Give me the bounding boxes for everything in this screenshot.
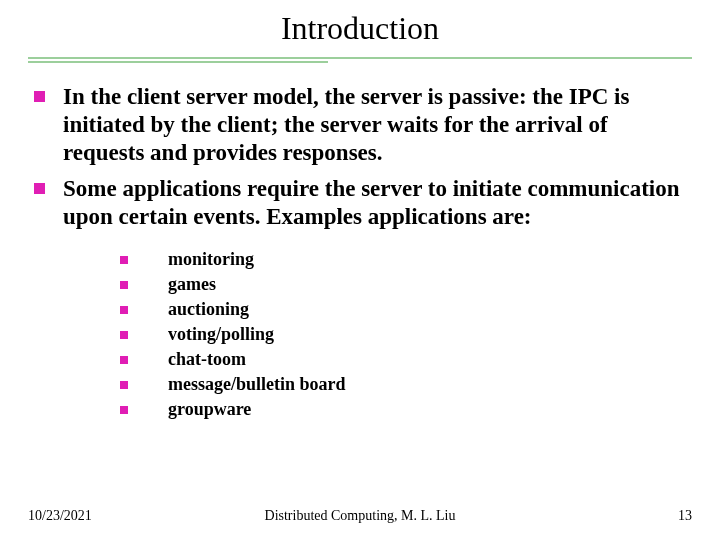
square-bullet-icon [120, 256, 128, 264]
list-item: auctioning [120, 299, 692, 320]
list-item: In the client server model, the server i… [28, 83, 692, 167]
list-item: voting/polling [120, 324, 692, 345]
rule-long [28, 57, 692, 59]
sub-bullet-text: voting/polling [168, 324, 274, 345]
footer-center: Distributed Computing, M. L. Liu [249, 508, 470, 524]
content-area: In the client server model, the server i… [0, 65, 720, 420]
sub-bullet-text: games [168, 274, 216, 295]
square-bullet-icon [120, 281, 128, 289]
bullet-text: In the client server model, the server i… [63, 83, 692, 167]
list-item: message/bulletin board [120, 374, 692, 395]
square-bullet-icon [120, 331, 128, 339]
sub-bullet-text: chat-toom [168, 349, 246, 370]
list-item: Some applications require the server to … [28, 175, 692, 231]
sub-bullet-list: monitoring games auctioning voting/polli… [28, 249, 692, 420]
rule-short [28, 61, 328, 63]
sub-bullet-text: auctioning [168, 299, 249, 320]
list-item: games [120, 274, 692, 295]
square-bullet-icon [120, 381, 128, 389]
sub-bullet-text: message/bulletin board [168, 374, 346, 395]
title-rule [28, 55, 692, 65]
square-bullet-icon [120, 406, 128, 414]
square-bullet-icon [34, 91, 45, 102]
bullet-text: Some applications require the server to … [63, 175, 692, 231]
footer-date: 10/23/2021 [28, 508, 249, 524]
square-bullet-icon [120, 356, 128, 364]
footer-page: 13 [471, 508, 692, 524]
sub-bullet-text: groupware [168, 399, 251, 420]
footer: 10/23/2021 Distributed Computing, M. L. … [0, 508, 720, 524]
square-bullet-icon [120, 306, 128, 314]
list-item: chat-toom [120, 349, 692, 370]
square-bullet-icon [34, 183, 45, 194]
list-item: groupware [120, 399, 692, 420]
sub-bullet-text: monitoring [168, 249, 254, 270]
slide-title: Introduction [0, 0, 720, 55]
list-item: monitoring [120, 249, 692, 270]
slide: Introduction In the client server model,… [0, 0, 720, 540]
main-bullet-list: In the client server model, the server i… [28, 83, 692, 231]
